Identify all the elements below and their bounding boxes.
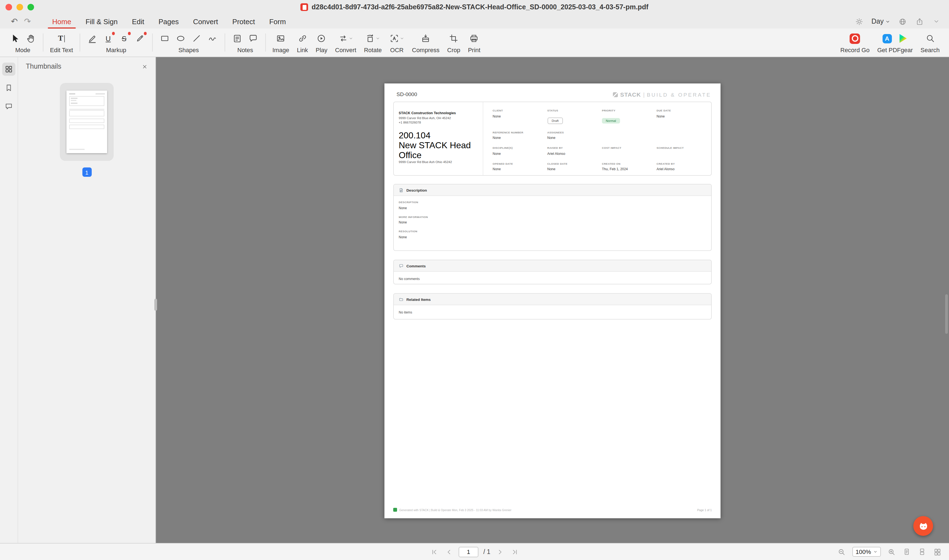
page-1-badge[interactable]: 1 <box>82 168 91 177</box>
note-icon <box>232 34 242 43</box>
highlight-button[interactable] <box>87 32 98 45</box>
zoom-out-button[interactable] <box>837 547 847 557</box>
rail-bookmarks-button[interactable] <box>2 81 15 94</box>
brand-name: STACK <box>620 91 641 98</box>
print-button[interactable] <box>469 32 480 45</box>
link-button[interactable] <box>297 32 308 45</box>
prev-page-icon <box>445 548 452 555</box>
close-thumbnails-button[interactable] <box>140 62 149 71</box>
link-icon <box>297 34 307 43</box>
convert-button[interactable] <box>338 32 353 45</box>
pen-button[interactable] <box>134 32 146 45</box>
crop-button[interactable] <box>448 32 459 45</box>
two-page-view-button[interactable] <box>917 547 927 557</box>
record-go-button[interactable] <box>849 32 860 45</box>
tab-convert[interactable]: Convert <box>186 14 225 29</box>
edit-text-button[interactable]: T <box>56 32 67 45</box>
google-play-button[interactable] <box>897 32 908 45</box>
thumbnails-icon <box>5 65 13 74</box>
field-client: CLIENT None <box>493 109 545 124</box>
zoom-in-button[interactable] <box>886 547 896 557</box>
last-page-button[interactable] <box>510 547 520 557</box>
stack-footer-logo-icon <box>393 508 397 512</box>
next-page-button[interactable] <box>495 547 505 557</box>
edit-text-icon: T <box>58 35 63 42</box>
ocr-button[interactable] <box>389 32 404 45</box>
redo-icon[interactable]: ↷ <box>21 15 34 28</box>
chat-icon <box>5 102 13 111</box>
toolbar-separator <box>225 34 225 52</box>
search-icon <box>925 34 935 43</box>
more-information-field: MORE INFORMATION None <box>399 215 706 224</box>
prev-page-button[interactable] <box>444 547 454 557</box>
page-thumbnail-selected[interactable] <box>60 83 114 161</box>
tab-fill-sign[interactable]: Fill & Sign <box>78 14 125 29</box>
search-button[interactable] <box>924 32 935 45</box>
notes-group: Notes <box>228 29 262 57</box>
field-empty <box>602 131 654 140</box>
markup-label: Markup <box>106 47 126 53</box>
underline-icon: U <box>106 35 111 42</box>
brand-separator: | <box>643 91 644 97</box>
mascot-face-icon <box>917 520 929 532</box>
squiggle-icon <box>208 34 217 43</box>
tab-form[interactable]: Form <box>262 14 293 29</box>
theme-label: Day <box>872 18 884 25</box>
tab-protect[interactable]: Protect <box>225 14 262 29</box>
translate-icon[interactable] <box>897 17 907 26</box>
rectangle-shape-button[interactable] <box>159 32 170 45</box>
resolution-field: RESOLUTION None <box>399 230 706 238</box>
page-number-input[interactable] <box>459 546 478 557</box>
strikethrough-button[interactable]: S <box>119 32 129 45</box>
select-tool-button[interactable] <box>9 32 20 45</box>
description-section-title: Description <box>407 188 427 192</box>
no-items-text: No items <box>399 310 706 314</box>
line-shape-button[interactable] <box>191 32 202 45</box>
chevron-down-icon <box>885 19 890 24</box>
image-button[interactable] <box>276 32 287 45</box>
pdfgear-assistant-button[interactable] <box>913 516 933 536</box>
search-group: Search <box>917 29 943 57</box>
thumb-line <box>71 103 77 103</box>
statusbar: / 1 100% <box>0 543 949 560</box>
compress-group: Compress <box>408 29 443 57</box>
ocr-group: OCR <box>385 29 408 57</box>
compress-button[interactable] <box>420 32 431 45</box>
rail-thumbnails-button[interactable] <box>2 63 15 76</box>
zoom-level-select[interactable]: 100% <box>852 547 881 557</box>
zoom-in-icon <box>887 548 895 556</box>
grid-view-button[interactable] <box>932 547 943 557</box>
theme-dropdown[interactable]: Day <box>872 18 890 25</box>
thumb-line <box>69 93 75 94</box>
tab-home[interactable]: Home <box>45 14 78 29</box>
collapse-toolbar-chevron-icon[interactable] <box>931 17 941 26</box>
rotate-button[interactable] <box>365 32 380 45</box>
pdf-page[interactable]: SD-0000 STACK | BUILD & OPERATE STACK Co… <box>384 83 721 518</box>
field-status: STATUS Draft <box>547 109 600 124</box>
note-button[interactable] <box>232 32 243 45</box>
tab-pages[interactable]: Pages <box>151 14 186 29</box>
field-raised-by: RAISED BY Ariel Alonso <box>547 146 600 155</box>
hand-tool-button[interactable] <box>25 32 36 45</box>
first-page-button[interactable] <box>429 547 439 557</box>
comment-button[interactable] <box>248 32 259 45</box>
ellipse-shape-button[interactable] <box>175 32 186 45</box>
undo-icon[interactable]: ↶ <box>8 15 21 28</box>
single-page-view-button[interactable] <box>902 547 912 557</box>
play-button[interactable] <box>316 32 327 45</box>
share-icon[interactable] <box>914 17 924 26</box>
freehand-shape-button[interactable] <box>207 32 218 45</box>
rail-comments-button[interactable] <box>2 100 15 113</box>
ellipse-icon <box>176 34 186 43</box>
panel-resize-handle[interactable] <box>154 298 157 311</box>
underline-button[interactable]: U <box>103 32 114 45</box>
sidebar-rail <box>0 57 18 543</box>
menubar: ↶ ↷ Home Fill & Sign Edit Pages Convert … <box>0 14 949 29</box>
brightness-icon[interactable] <box>855 17 864 26</box>
app-store-button[interactable]: A <box>881 32 892 45</box>
tab-edit[interactable]: Edit <box>125 14 151 29</box>
description-icon <box>399 188 404 192</box>
fields-grid: CLIENT None STATUS Draft PRIORITY Normal <box>483 102 711 175</box>
vertical-scrollbar-thumb[interactable] <box>945 294 948 334</box>
pointer-icon <box>10 34 20 43</box>
